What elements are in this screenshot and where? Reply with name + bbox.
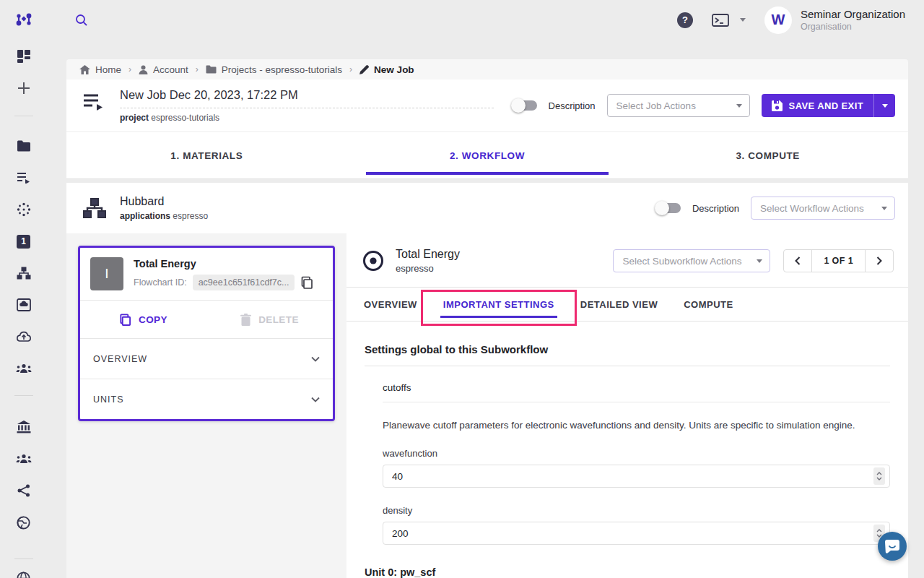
account-menu[interactable]: W Seminar Organization Organisation [764,7,905,34]
sidebar-divider [14,116,33,116]
org-chart-icon [82,197,107,219]
save-and-exit-button[interactable]: SAVE AND EXIT [762,94,895,117]
tab-compute[interactable]: COMPUTE [671,288,746,321]
app-logo-icon[interactable] [0,10,47,30]
sidebar-item-jobs[interactable] [0,167,47,189]
sidebar-item-team[interactable] [0,358,47,379]
wavefunction-input[interactable] [392,471,873,482]
copy-id-icon[interactable] [300,276,313,289]
description-toggle[interactable] [511,99,537,112]
job-title[interactable]: New Job Dec 20, 2023, 17:22 PM [120,88,494,108]
trash-icon [240,314,251,326]
pager-prev-button[interactable] [784,250,811,272]
subworkflow-badge: I [90,257,123,290]
density-input[interactable] [392,528,873,539]
save-dropdown-button[interactable] [873,94,895,117]
people-icon [16,454,32,464]
cloud-upload-icon [16,331,32,342]
delete-subworkflow-button[interactable]: DELETE [206,301,333,338]
breadcrumb-label: New Job [374,64,414,75]
tab-detailed-view[interactable]: DETAILED VIEW [567,288,671,321]
tab-materials[interactable]: 1. MATERIALS [66,132,347,178]
unit-section-title: Unit 0: pw_scf [365,566,890,578]
save-button-label: SAVE AND EXIT [789,100,863,111]
flowchart-id-value: ac9ee1c651f61cdf7c... [193,275,295,290]
workflow-applications: applications espresso [120,211,208,221]
chat-icon [885,540,899,553]
breadcrumb-home[interactable]: Home [79,64,121,75]
sidebar-item-groups[interactable] [0,448,47,470]
left-sidebar: 1 [0,40,47,578]
share-icon [17,484,30,497]
tab-overview[interactable]: OVERVIEW [351,288,430,321]
job-step-tabs: 1. MATERIALS 2. WORKFLOW 3. COMPUTE [66,131,908,179]
sidebar-item-materials[interactable] [0,199,47,220]
sidebar-item-institution[interactable] [0,416,47,438]
number-stepper[interactable] [873,467,885,485]
breadcrumb-account[interactable]: Account [139,64,188,75]
terminal-icon [712,14,729,27]
main-panel: Home › Account › Projects - espresso-tut… [66,59,908,578]
sidebar-item-create[interactable] [0,77,47,99]
workflow-header: Hubbard applications espresso Descriptio… [66,183,908,233]
workflow-description-toggle[interactable] [655,202,681,215]
breadcrumb-label: Home [95,64,121,75]
important-settings-body: Settings global to this Subworkflow cuto… [346,322,908,578]
subworkflow-title: Total Energy [396,248,460,261]
settings-section-title: Settings global to this Subworkflow [365,343,890,366]
job-actions-select[interactable]: Select Job Actions [607,94,750,117]
workflow-actions-select[interactable]: Select Workflow Actions [751,197,895,220]
sidebar-item-share[interactable] [0,480,47,501]
pager-next-button[interactable] [866,250,893,272]
subworkflow-list-pane: I Total Energy Flowchart ID: ac9ee1c651f… [66,233,346,578]
sidebar-divider [14,558,33,559]
wavefunction-field-label: wavefunction [383,448,890,459]
sidebar-item-web[interactable] [0,567,47,578]
tab-compute[interactable]: 3. COMPUTE [627,132,908,178]
search-icon[interactable] [74,13,89,27]
accordion-label: OVERVIEW [93,354,147,364]
chevron-down-icon [736,104,742,108]
wavefunction-field [383,465,890,488]
applications-value: espresso [173,211,208,221]
sidebar-item-import[interactable] [0,294,47,316]
copy-subworkflow-button[interactable]: COPY [80,301,206,338]
delete-button-label: DELETE [258,314,299,325]
selected-subworkflow-card[interactable]: I Total Energy Flowchart ID: ac9ee1c651f… [78,246,335,421]
overview-accordion[interactable]: OVERVIEW [80,338,333,379]
tab-important-settings[interactable]: IMPORTANT SETTINGS [430,288,567,321]
applications-label: applications [120,211,170,221]
breadcrumb: Home › Account › Projects - espresso-tut… [66,59,908,79]
chevron-right-icon: › [349,64,352,74]
sidebar-item-upload[interactable] [0,326,47,348]
help-icon[interactable]: ? [677,12,693,28]
cloud-box-icon [17,298,31,311]
sidebar-item-projects[interactable] [0,135,47,157]
job-header: New Job Dec 20, 2023, 17:22 PM project e… [66,79,908,131]
subworkflow-actions-select[interactable]: Select Subworkflow Actions [613,249,770,272]
chevron-right-icon: › [196,64,199,74]
job-project: project espresso-tutorials [120,113,494,123]
breadcrumb-current[interactable]: New Job [359,64,414,75]
globe-icon [17,571,30,578]
sidebar-item-dashboard[interactable] [0,46,47,67]
density-field-label: density [383,505,890,516]
sidebar-item-explore[interactable] [0,512,47,533]
pencil-icon [359,65,369,74]
sidebar-item-workflows[interactable] [0,262,47,284]
subworkflow-detail-pane: Total Energy espresso Select Subworkflow… [346,233,908,578]
folder-icon [206,65,217,74]
breadcrumb-project[interactable]: Projects - espresso-tutorials [206,64,342,75]
flowchart-id-label: Flowchart ID: [134,277,187,288]
units-accordion[interactable]: UNITS [80,379,333,419]
chat-launcher-button[interactable] [878,532,907,561]
tab-label: IMPORTANT SETTINGS [443,299,554,310]
sidebar-item-bank[interactable]: 1 [0,230,47,252]
tab-workflow[interactable]: 2. WORKFLOW [347,132,628,178]
org-chart-icon [17,267,31,280]
bank-icon [17,420,31,434]
chevron-down-icon [740,18,746,22]
sidebar-divider [14,395,33,396]
subworkflow-subtitle: espresso [396,263,460,274]
console-menu-button[interactable] [712,14,746,27]
